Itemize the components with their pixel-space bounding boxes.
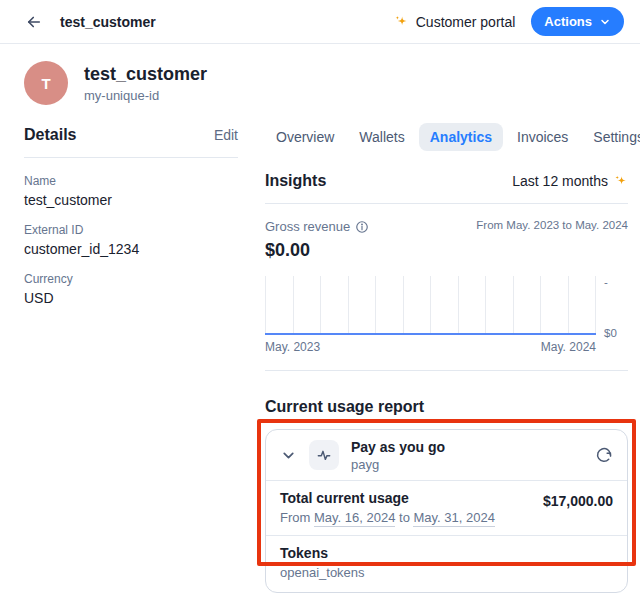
details-panel: Details Edit Name test_customer External… [24, 126, 238, 593]
sparkle-icon [614, 174, 628, 188]
tab-settings[interactable]: Settings [582, 123, 640, 151]
chevron-down-icon [280, 447, 297, 464]
topbar: test_customer Customer portal Actions [0, 0, 640, 44]
chart-date-range: From May. 2023 to May. 2024 [476, 219, 628, 231]
chart-x-axis-labels: May. 2023 May. 2024 [265, 340, 596, 354]
customer-portal-label: Customer portal [416, 14, 516, 30]
total-usage-info: Total current usage From May. 16, 2024 t… [280, 490, 495, 525]
main-content: Details Edit Name test_customer External… [0, 105, 640, 593]
insights-title: Insights [265, 172, 326, 190]
actions-button[interactable]: Actions [531, 7, 624, 36]
edit-button[interactable]: Edit [214, 127, 238, 143]
x-axis-label-end: May. 2024 [541, 340, 596, 354]
actions-label: Actions [544, 14, 592, 29]
avatar: T [24, 61, 68, 105]
customer-portal-link[interactable]: Customer portal [394, 14, 516, 30]
plan-name: Pay as you go [351, 439, 445, 455]
period-selector[interactable]: Last 12 months [512, 173, 628, 189]
period-start-date[interactable]: May. 16, 2024 [314, 510, 395, 527]
chart-zero-value-line [265, 333, 596, 335]
tab-invoices[interactable]: Invoices [506, 123, 579, 151]
chart-y-axis-labels: - $0 [596, 276, 628, 335]
field-value: customer_id_1234 [24, 241, 238, 257]
collapse-toggle[interactable] [280, 447, 297, 464]
x-axis-label-start: May. 2023 [265, 340, 320, 354]
field-external-id: External ID customer_id_1234 [24, 223, 238, 257]
customer-external-id: my-unique-id [84, 88, 207, 103]
info-icon[interactable] [355, 220, 369, 234]
tab-wallets[interactable]: Wallets [348, 123, 415, 151]
field-currency: Currency USD [24, 272, 238, 306]
field-value: test_customer [24, 192, 238, 208]
total-usage-amount: $17,000.00 [543, 490, 613, 509]
gross-revenue-label: Gross revenue [265, 219, 350, 234]
pulse-icon [309, 440, 339, 470]
usage-report-card: Pay as you go payg Total current usage [265, 429, 628, 593]
field-label: Currency [24, 272, 238, 286]
refresh-button[interactable] [595, 446, 613, 464]
total-usage-label: Total current usage [280, 490, 495, 507]
charge-label: Tokens [280, 545, 613, 562]
section-divider [265, 370, 628, 371]
y-axis-label-bottom: $0 [604, 327, 628, 339]
period-selector-label: Last 12 months [512, 173, 608, 189]
field-label: Name [24, 174, 238, 188]
charge-code: openai_tokens [280, 565, 613, 580]
details-title: Details [24, 126, 76, 144]
gross-revenue-row: Gross revenue From May. 2023 to May. 202… [265, 219, 628, 234]
back-button[interactable] [20, 8, 48, 36]
chevron-down-icon [599, 16, 611, 28]
usage-report-title: Current usage report [265, 398, 628, 416]
customer-identity: test_customer my-unique-id [84, 64, 207, 103]
field-label: External ID [24, 223, 238, 237]
sparkle-icon [394, 14, 409, 29]
field-value: USD [24, 290, 238, 306]
insights-header: Insights Last 12 months [265, 172, 628, 204]
gross-revenue-value: $0.00 [265, 240, 628, 261]
customer-detail-panel: Overview Wallets Analytics Invoices Sett… [265, 126, 628, 593]
gross-revenue-chart: - $0 [265, 276, 628, 335]
usage-period: From May. 16, 2024 to May. 31, 2024 [280, 510, 495, 525]
plan-header-row[interactable]: Pay as you go payg [266, 430, 627, 480]
page-title: test_customer [60, 14, 156, 30]
gross-revenue-label-group: Gross revenue [265, 219, 369, 234]
charge-row-tokens: Tokens openai_tokens [266, 536, 627, 592]
plan-identity: Pay as you go payg [351, 439, 445, 472]
customer-header: T test_customer my-unique-id [0, 44, 640, 105]
avatar-initial: T [41, 75, 50, 92]
chart-plot-area [265, 276, 596, 335]
tab-bar: Overview Wallets Analytics Invoices Sett… [265, 123, 628, 151]
period-separator: to [399, 510, 410, 525]
plan-code: payg [351, 457, 445, 472]
arrow-left-icon [25, 13, 43, 31]
usage-card-zone: Pay as you go payg Total current usage [265, 429, 628, 593]
field-name: Name test_customer [24, 174, 238, 208]
chart-gridlines [265, 276, 596, 335]
refresh-icon [595, 446, 613, 464]
tab-analytics[interactable]: Analytics [419, 123, 503, 151]
total-usage-row: Total current usage From May. 16, 2024 t… [266, 481, 627, 535]
period-prefix: From [280, 510, 310, 525]
details-header: Details Edit [24, 126, 238, 158]
y-axis-label-top: - [604, 276, 628, 288]
period-end-date[interactable]: May. 31, 2024 [413, 510, 494, 527]
tab-overview[interactable]: Overview [265, 123, 345, 151]
customer-name: test_customer [84, 64, 207, 85]
